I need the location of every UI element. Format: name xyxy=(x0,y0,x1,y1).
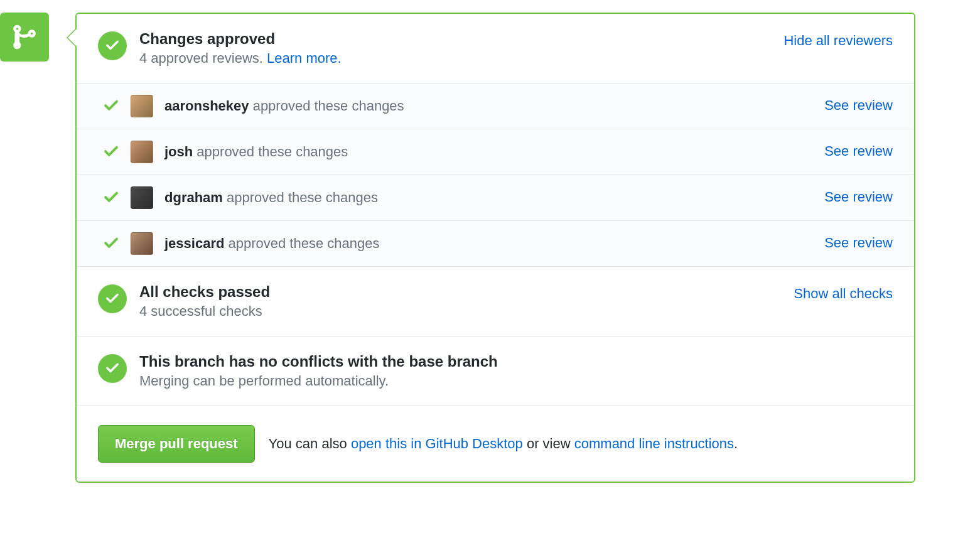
learn-more-link[interactable]: Learn more. xyxy=(267,50,342,66)
checks-subtitle: 4 successful checks xyxy=(139,303,781,320)
reviewer-text: jessicard approved these changes xyxy=(164,235,813,252)
svg-point-2 xyxy=(29,31,35,36)
reviewer-row: jessicard approved these changes See rev… xyxy=(77,221,914,267)
reviewers-list: aaronshekey approved these changes See r… xyxy=(77,83,914,267)
conflicts-title: This branch has no conflicts with the ba… xyxy=(139,353,893,370)
command-line-instructions-link[interactable]: command line instructions xyxy=(574,436,734,451)
approval-section: Changes approved 4 approved reviews. Lea… xyxy=(77,14,914,83)
reviewer-action: approved these changes xyxy=(249,98,404,114)
avatar xyxy=(131,232,153,255)
git-merge-icon xyxy=(0,13,49,62)
check-icon xyxy=(103,144,119,160)
reviewer-action: approved these changes xyxy=(193,144,348,159)
avatar xyxy=(131,95,153,117)
open-in-desktop-link[interactable]: open this in GitHub Desktop xyxy=(351,436,523,451)
check-icon xyxy=(103,98,119,114)
conflicts-subtitle: Merging can be performed automatically. xyxy=(139,373,893,389)
merge-pull-request-button[interactable]: Merge pull request xyxy=(98,425,255,463)
checks-section: All checks passed 4 successful checks Sh… xyxy=(77,267,914,337)
checks-title: All checks passed xyxy=(139,283,781,301)
svg-point-0 xyxy=(14,26,20,32)
reviewer-username: dgraham xyxy=(164,190,223,205)
check-icon xyxy=(103,190,119,206)
merge-text-prefix: You can also xyxy=(269,436,351,451)
reviewer-row: dgraham approved these changes See revie… xyxy=(77,175,914,221)
reviewer-text: josh approved these changes xyxy=(164,144,813,160)
reviewer-username: aaronshekey xyxy=(164,98,249,114)
merge-text-suffix: . xyxy=(734,436,738,451)
check-circle-icon xyxy=(98,31,127,60)
reviewer-text: dgraham approved these changes xyxy=(164,190,813,206)
check-circle-icon xyxy=(98,284,127,313)
see-review-link[interactable]: See review xyxy=(824,235,893,251)
see-review-link[interactable]: See review xyxy=(824,97,893,114)
see-review-link[interactable]: See review xyxy=(824,143,893,159)
reviewer-action: approved these changes xyxy=(223,190,378,205)
merge-text-mid: or view xyxy=(523,436,574,451)
merge-panel: Changes approved 4 approved reviews. Lea… xyxy=(75,13,915,483)
conflicts-section: This branch has no conflicts with the ba… xyxy=(77,337,914,406)
reviewer-row: aaronshekey approved these changes See r… xyxy=(77,83,914,129)
reviewer-action: approved these changes xyxy=(224,235,379,251)
check-icon xyxy=(103,235,119,252)
check-circle-icon xyxy=(98,354,127,383)
reviewer-text: aaronshekey approved these changes xyxy=(164,98,813,114)
approval-subtitle: 4 approved reviews. Learn more. xyxy=(139,50,771,67)
reviewer-row: josh approved these changes See review xyxy=(77,129,914,175)
merge-help-text: You can also open this in GitHub Desktop… xyxy=(269,436,738,452)
avatar xyxy=(131,141,153,163)
merge-section: Merge pull request You can also open thi… xyxy=(77,406,914,482)
approval-count-text: 4 approved reviews. xyxy=(139,50,267,66)
show-checks-link[interactable]: Show all checks xyxy=(794,286,893,302)
see-review-link[interactable]: See review xyxy=(824,189,893,205)
hide-reviewers-link[interactable]: Hide all reviewers xyxy=(783,33,893,49)
reviewer-username: jessicard xyxy=(164,235,224,251)
reviewer-username: josh xyxy=(164,144,193,159)
avatar xyxy=(131,186,153,209)
approval-title: Changes approved xyxy=(139,30,771,48)
